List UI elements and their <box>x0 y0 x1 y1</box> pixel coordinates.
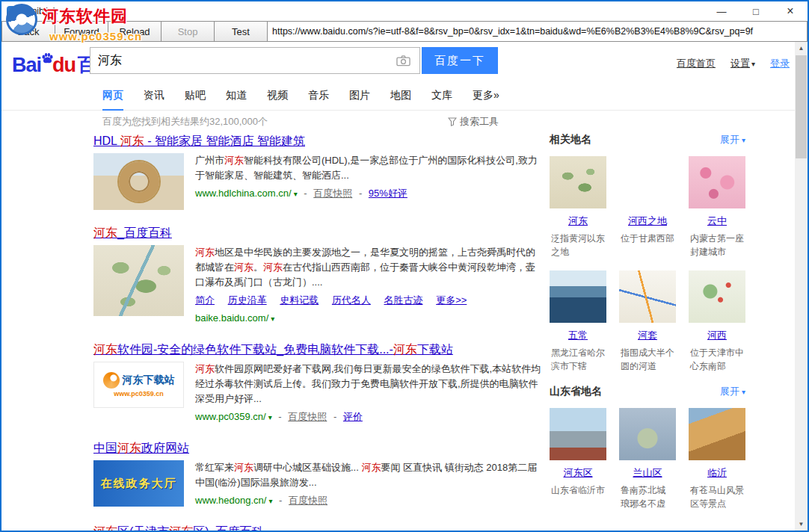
result-title-link[interactable]: 河东软件园-安全的绿色软件下载站_免费电脑软件下载...-河东下载站 <box>93 343 453 356</box>
tab-more[interactable]: 更多» <box>473 89 499 110</box>
snapshot-link[interactable]: 百度快照 <box>288 411 327 422</box>
result-tabs: 网页 资讯 贴吧 知道 视频 音乐 图片 地图 文库 更多» <box>1 82 808 111</box>
result-thumbnail-map[interactable] <box>93 245 184 316</box>
sidebar-section-title: 相关地名 <box>550 133 591 146</box>
place-thumbnail[interactable] <box>550 156 606 208</box>
minimize-button[interactable]: — <box>704 1 739 21</box>
result-title-link[interactable]: 中国河东政府网站 <box>93 442 189 454</box>
place-thumbnail[interactable] <box>689 408 745 460</box>
snapshot-link[interactable]: 百度快照 <box>313 188 352 199</box>
result-title-link[interactable]: 河东区(天津市河东区)_百度百科 <box>93 525 264 531</box>
place-thumbnail[interactable] <box>619 270 676 323</box>
place-thumbnail[interactable] <box>550 408 606 460</box>
sublink-history[interactable]: 历史沿革 <box>228 294 267 306</box>
review-link[interactable]: 评价 <box>343 411 363 422</box>
place-link[interactable]: 云中 <box>689 214 745 228</box>
tab-video[interactable]: 视频 <box>267 89 288 110</box>
place-card-hedong: 河东 泛指黄河以东之地 <box>550 156 606 259</box>
result-thumbnail-gov[interactable]: 在线政务大厅 <box>93 460 184 507</box>
test-button[interactable]: Test <box>214 21 268 42</box>
expand-button[interactable]: 展开▾ <box>720 385 745 398</box>
sublink-people[interactable]: 历代名人 <box>332 294 371 306</box>
separator: - <box>278 411 281 422</box>
place-link[interactable]: 河西 <box>689 329 745 342</box>
result-snippet: 河东软件园原网吧爱好者下载网,我们每日更新最安全的绿色软件下载,本站软件均经过杀… <box>195 362 542 406</box>
place-thumbnail[interactable] <box>689 270 745 323</box>
tab-zhidao[interactable]: 知道 <box>226 89 247 110</box>
place-desc: 山东省临沂市 <box>550 483 606 497</box>
scroll-up-button[interactable]: ▲ <box>795 42 808 55</box>
stop-button[interactable]: Stop <box>161 21 215 42</box>
tab-image[interactable]: 图片 <box>349 89 370 110</box>
shandong-places-grid: 河东区 山东省临沂市 兰山区 鲁南苏北城 琅琊名不虚 临沂 有苍马山风景区等景点 <box>550 408 745 522</box>
place-link[interactable]: 河套 <box>619 329 676 342</box>
result-title-link[interactable]: HDL 河东 - 智能家居 智能酒店 智能建筑 <box>93 134 305 147</box>
link-baidu-home[interactable]: 百度首页 <box>677 57 716 70</box>
search-result-3: 河东软件园-安全的绿色软件下载站_免费电脑软件下载...-河东下载站 河东下载站… <box>93 341 542 425</box>
tab-tieba[interactable]: 贴吧 <box>185 89 206 110</box>
tab-wenku[interactable]: 文库 <box>431 89 452 110</box>
snapshot-link[interactable]: 百度快照 <box>289 495 327 506</box>
url-dropdown-icon[interactable]: ▾ <box>268 497 272 505</box>
place-thumbnail[interactable] <box>619 156 676 208</box>
place-link[interactable]: 河东区 <box>550 466 606 480</box>
separator: - <box>304 188 307 199</box>
expand-caret-icon: ▾ <box>742 388 745 396</box>
place-link[interactable]: 河东 <box>550 214 606 228</box>
sublink-records[interactable]: 史料记载 <box>280 294 319 306</box>
result-title-link[interactable]: 河东_百度百科 <box>93 226 172 239</box>
reload-button[interactable]: Reload <box>108 21 162 42</box>
baidu-paw-icon <box>40 52 55 69</box>
tab-web[interactable]: 网页 <box>102 89 123 111</box>
browser-window: m Miniblink — □ × Back Forward Reload St… <box>0 0 809 532</box>
sublink-intro[interactable]: 简介 <box>195 294 215 306</box>
result-url: www.pc0359.cn/ <box>195 411 266 422</box>
tab-music[interactable]: 音乐 <box>308 89 329 110</box>
place-link[interactable]: 五常 <box>550 329 606 342</box>
forward-button[interactable]: Forward <box>55 21 108 42</box>
result-thumbnail-hdl[interactable] <box>93 153 184 210</box>
tab-news[interactable]: 资讯 <box>144 89 164 110</box>
link-login[interactable]: 登录 <box>770 57 790 70</box>
search-input[interactable] <box>90 47 420 74</box>
search-box: 百度一下 <box>90 47 498 74</box>
browser-toolbar: Back Forward Reload Stop Test <box>1 21 808 42</box>
result-thumbnail-logo[interactable]: 河东下载站 www.pc0359.cn <box>93 362 184 408</box>
maximize-button[interactable]: □ <box>739 1 773 21</box>
app-icon: m <box>7 6 18 17</box>
thumb-site-name: 河东下载站 <box>123 374 175 387</box>
scroll-thumb[interactable] <box>796 55 807 158</box>
url-dropdown-icon[interactable]: ▾ <box>294 190 298 198</box>
address-bar[interactable] <box>267 21 808 42</box>
back-button[interactable]: Back <box>1 21 55 42</box>
right-sidebar: 相关地名 展开▾ 河东 泛指黄河以东之地 河西之地 位于甘肃西部 <box>550 133 745 522</box>
camera-icon[interactable] <box>396 55 410 69</box>
search-button[interactable]: 百度一下 <box>422 47 498 74</box>
result-url: baike.baidu.com/ <box>195 312 268 324</box>
place-link[interactable]: 兰山区 <box>619 466 676 480</box>
baidu-header: Bai du 百度 <box>1 42 808 82</box>
sublink-more[interactable]: 更多>> <box>436 294 467 306</box>
place-link[interactable]: 临沂 <box>689 466 745 480</box>
place-link[interactable]: 河西之地 <box>619 214 676 228</box>
scrollbar[interactable]: ▲ ▼ <box>795 42 808 531</box>
stats-row: 百度为您找到相关结果约32,100,000个 搜索工具 <box>102 115 499 129</box>
url-dropdown-icon[interactable]: ▾ <box>268 413 272 421</box>
place-thumbnail[interactable] <box>689 156 745 208</box>
place-desc: 内蒙古第一座封建城市 <box>689 232 745 259</box>
header-links: 百度首页 设置▾ 登录 <box>677 57 790 70</box>
expand-button[interactable]: 展开▾ <box>720 133 745 146</box>
sidebar-section-title: 山东省地名 <box>550 385 602 398</box>
search-tools-button[interactable]: 搜索工具 <box>448 115 499 129</box>
tab-map[interactable]: 地图 <box>390 89 411 110</box>
place-thumbnail[interactable] <box>550 270 606 323</box>
url-dropdown-icon[interactable]: ▾ <box>271 315 274 323</box>
rating-link[interactable]: 95%好评 <box>369 188 407 199</box>
sublink-sights[interactable]: 名胜古迹 <box>384 294 423 306</box>
link-settings[interactable]: 设置▾ <box>730 57 755 70</box>
close-button[interactable]: × <box>773 1 808 21</box>
scroll-down-button[interactable]: ▼ <box>795 518 808 531</box>
place-thumbnail[interactable] <box>619 408 676 460</box>
place-desc: 黑龙江省哈尔滨市下辖 <box>550 346 606 373</box>
filter-icon <box>448 117 457 126</box>
